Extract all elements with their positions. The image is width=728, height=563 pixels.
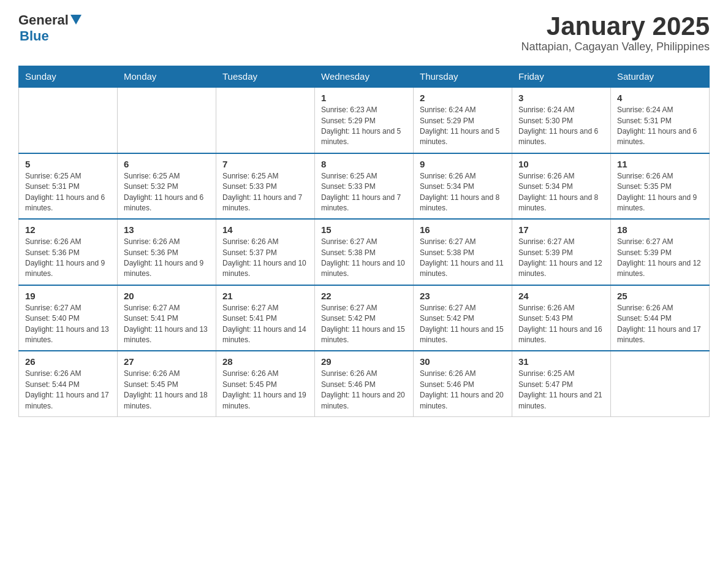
day-number: 18	[617, 224, 703, 235]
calendar-cell	[19, 87, 118, 153]
day-info: Sunrise: 6:26 AM Sunset: 5:44 PM Dayligh…	[617, 303, 703, 346]
day-info: Sunrise: 6:27 AM Sunset: 5:42 PM Dayligh…	[420, 303, 506, 346]
calendar-cell: 5Sunrise: 6:25 AM Sunset: 5:31 PM Daylig…	[19, 153, 118, 220]
day-info: Sunrise: 6:26 AM Sunset: 5:43 PM Dayligh…	[518, 303, 604, 346]
calendar-cell: 23Sunrise: 6:27 AM Sunset: 5:42 PM Dayli…	[414, 285, 512, 351]
day-number: 11	[617, 159, 703, 169]
day-number: 9	[420, 159, 506, 169]
day-info: Sunrise: 6:25 AM Sunset: 5:47 PM Dayligh…	[518, 369, 604, 412]
day-info: Sunrise: 6:27 AM Sunset: 5:41 PM Dayligh…	[124, 303, 210, 346]
logo-blue: Blue	[20, 28, 49, 44]
calendar-cell: 16Sunrise: 6:27 AM Sunset: 5:38 PM Dayli…	[414, 219, 512, 285]
day-number: 21	[222, 291, 308, 301]
calendar-week-row: 12Sunrise: 6:26 AM Sunset: 5:36 PM Dayli…	[19, 219, 710, 285]
day-number: 13	[124, 224, 210, 235]
day-number: 2	[420, 93, 506, 103]
day-info: Sunrise: 6:25 AM Sunset: 5:31 PM Dayligh…	[25, 171, 111, 214]
calendar-cell: 30Sunrise: 6:26 AM Sunset: 5:46 PM Dayli…	[414, 351, 512, 416]
day-info: Sunrise: 6:27 AM Sunset: 5:40 PM Dayligh…	[25, 303, 111, 346]
day-info: Sunrise: 6:26 AM Sunset: 5:34 PM Dayligh…	[518, 171, 604, 214]
day-info: Sunrise: 6:26 AM Sunset: 5:46 PM Dayligh…	[321, 369, 407, 412]
day-number: 12	[25, 224, 111, 235]
calendar-cell: 1Sunrise: 6:23 AM Sunset: 5:29 PM Daylig…	[315, 87, 414, 153]
day-number: 14	[222, 224, 308, 235]
calendar-cell: 25Sunrise: 6:26 AM Sunset: 5:44 PM Dayli…	[611, 285, 710, 351]
day-number: 1	[321, 93, 407, 103]
day-info: Sunrise: 6:24 AM Sunset: 5:31 PM Dayligh…	[617, 105, 703, 148]
day-info: Sunrise: 6:24 AM Sunset: 5:29 PM Dayligh…	[420, 105, 506, 148]
day-info: Sunrise: 6:26 AM Sunset: 5:45 PM Dayligh…	[222, 369, 308, 412]
calendar-cell: 4Sunrise: 6:24 AM Sunset: 5:31 PM Daylig…	[611, 87, 710, 153]
day-number: 16	[420, 224, 506, 235]
day-number: 4	[617, 93, 703, 103]
col-header-sunday: Sunday	[19, 66, 118, 88]
day-info: Sunrise: 6:26 AM Sunset: 5:45 PM Dayligh…	[124, 369, 210, 412]
logo-arrow-icon	[70, 15, 82, 27]
calendar-header-row: SundayMondayTuesdayWednesdayThursdayFrid…	[19, 66, 710, 88]
day-number: 27	[124, 356, 210, 367]
calendar-cell: 27Sunrise: 6:26 AM Sunset: 5:45 PM Dayli…	[118, 351, 216, 416]
calendar-cell: 21Sunrise: 6:27 AM Sunset: 5:41 PM Dayli…	[216, 285, 315, 351]
calendar-cell: 18Sunrise: 6:27 AM Sunset: 5:39 PM Dayli…	[611, 219, 710, 285]
day-info: Sunrise: 6:26 AM Sunset: 5:35 PM Dayligh…	[617, 171, 703, 214]
col-header-saturday: Saturday	[611, 66, 710, 88]
calendar-cell: 2Sunrise: 6:24 AM Sunset: 5:29 PM Daylig…	[414, 87, 512, 153]
title-block: January 2025 Nattapian, Cagayan Valley, …	[521, 12, 710, 53]
calendar-cell: 29Sunrise: 6:26 AM Sunset: 5:46 PM Dayli…	[315, 351, 414, 416]
calendar-title: January 2025	[521, 12, 710, 40]
day-info: Sunrise: 6:27 AM Sunset: 5:41 PM Dayligh…	[222, 303, 308, 346]
day-info: Sunrise: 6:26 AM Sunset: 5:44 PM Dayligh…	[25, 369, 111, 412]
calendar-cell	[118, 87, 216, 153]
logo: General Blue	[18, 12, 82, 44]
day-number: 26	[25, 356, 111, 367]
calendar-cell: 6Sunrise: 6:25 AM Sunset: 5:32 PM Daylig…	[118, 153, 216, 220]
calendar-cell: 11Sunrise: 6:26 AM Sunset: 5:35 PM Dayli…	[611, 153, 710, 220]
calendar-cell: 17Sunrise: 6:27 AM Sunset: 5:39 PM Dayli…	[512, 219, 611, 285]
day-info: Sunrise: 6:23 AM Sunset: 5:29 PM Dayligh…	[321, 105, 407, 148]
day-number: 6	[124, 159, 210, 169]
day-number: 20	[124, 291, 210, 301]
day-info: Sunrise: 6:27 AM Sunset: 5:39 PM Dayligh…	[617, 237, 703, 280]
day-info: Sunrise: 6:25 AM Sunset: 5:33 PM Dayligh…	[321, 171, 407, 214]
calendar-cell: 7Sunrise: 6:25 AM Sunset: 5:33 PM Daylig…	[216, 153, 315, 220]
calendar-cell: 13Sunrise: 6:26 AM Sunset: 5:36 PM Dayli…	[118, 219, 216, 285]
day-info: Sunrise: 6:27 AM Sunset: 5:38 PM Dayligh…	[321, 237, 407, 280]
calendar-cell: 19Sunrise: 6:27 AM Sunset: 5:40 PM Dayli…	[19, 285, 118, 351]
day-info: Sunrise: 6:26 AM Sunset: 5:36 PM Dayligh…	[124, 237, 210, 280]
calendar-cell	[216, 87, 315, 153]
day-number: 5	[25, 159, 111, 169]
calendar-week-row: 5Sunrise: 6:25 AM Sunset: 5:31 PM Daylig…	[19, 153, 710, 220]
day-info: Sunrise: 6:24 AM Sunset: 5:30 PM Dayligh…	[518, 105, 604, 148]
day-info: Sunrise: 6:26 AM Sunset: 5:34 PM Dayligh…	[420, 171, 506, 214]
day-number: 17	[518, 224, 604, 235]
day-number: 22	[321, 291, 407, 301]
day-number: 8	[321, 159, 407, 169]
day-info: Sunrise: 6:25 AM Sunset: 5:33 PM Dayligh…	[222, 171, 308, 214]
day-number: 31	[518, 356, 604, 367]
day-info: Sunrise: 6:26 AM Sunset: 5:37 PM Dayligh…	[222, 237, 308, 280]
calendar-week-row: 1Sunrise: 6:23 AM Sunset: 5:29 PM Daylig…	[19, 87, 710, 153]
calendar-cell	[611, 351, 710, 416]
calendar-cell: 10Sunrise: 6:26 AM Sunset: 5:34 PM Dayli…	[512, 153, 611, 220]
day-number: 15	[321, 224, 407, 235]
day-info: Sunrise: 6:26 AM Sunset: 5:46 PM Dayligh…	[420, 369, 506, 412]
day-info: Sunrise: 6:27 AM Sunset: 5:38 PM Dayligh…	[420, 237, 506, 280]
page-header: General Blue January 2025 Nattapian, Cag…	[18, 12, 710, 53]
col-header-thursday: Thursday	[414, 66, 512, 88]
calendar-cell: 9Sunrise: 6:26 AM Sunset: 5:34 PM Daylig…	[414, 153, 512, 220]
day-number: 7	[222, 159, 308, 169]
day-number: 19	[25, 291, 111, 301]
day-number: 10	[518, 159, 604, 169]
calendar-cell: 15Sunrise: 6:27 AM Sunset: 5:38 PM Dayli…	[315, 219, 414, 285]
day-number: 3	[518, 93, 604, 103]
calendar-cell: 3Sunrise: 6:24 AM Sunset: 5:30 PM Daylig…	[512, 87, 611, 153]
calendar-cell: 8Sunrise: 6:25 AM Sunset: 5:33 PM Daylig…	[315, 153, 414, 220]
logo-general: General	[18, 12, 69, 28]
day-info: Sunrise: 6:25 AM Sunset: 5:32 PM Dayligh…	[124, 171, 210, 214]
calendar-cell: 20Sunrise: 6:27 AM Sunset: 5:41 PM Dayli…	[118, 285, 216, 351]
day-number: 24	[518, 291, 604, 301]
calendar-cell: 26Sunrise: 6:26 AM Sunset: 5:44 PM Dayli…	[19, 351, 118, 416]
calendar-cell: 22Sunrise: 6:27 AM Sunset: 5:42 PM Dayli…	[315, 285, 414, 351]
calendar-subtitle: Nattapian, Cagayan Valley, Philippines	[521, 40, 710, 53]
col-header-wednesday: Wednesday	[315, 66, 414, 88]
